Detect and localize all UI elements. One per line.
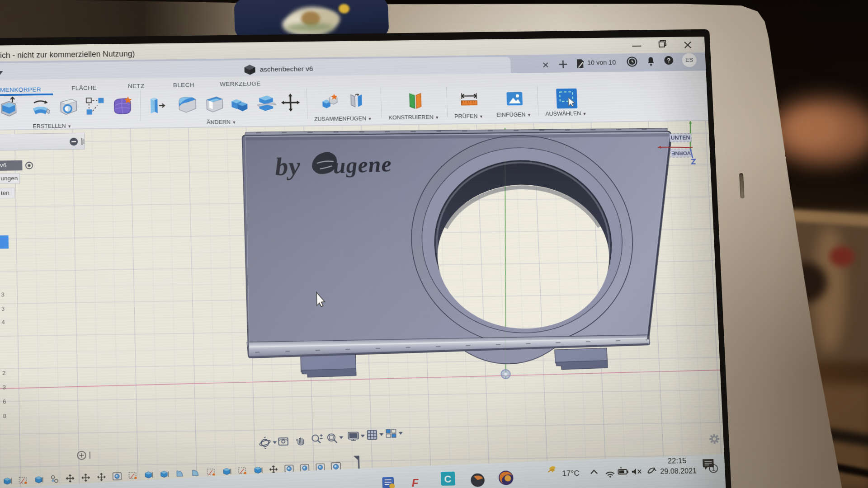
svg-text:C: C [444,473,452,485]
svg-text:UNTEN: UNTEN [670,135,690,141]
svg-text:by: by [274,152,302,181]
svg-text:ugene: ugene [332,152,392,178]
svg-text:29.08.2021: 29.08.2021 [660,467,697,475]
svg-text:?: ? [667,57,671,64]
svg-text:1: 1 [712,466,715,472]
svg-text:F: F [411,477,419,488]
svg-text:17°C: 17°C [562,469,580,478]
svg-text:VORNE: VORNE [671,150,691,156]
svg-text:22:15: 22:15 [667,456,686,465]
